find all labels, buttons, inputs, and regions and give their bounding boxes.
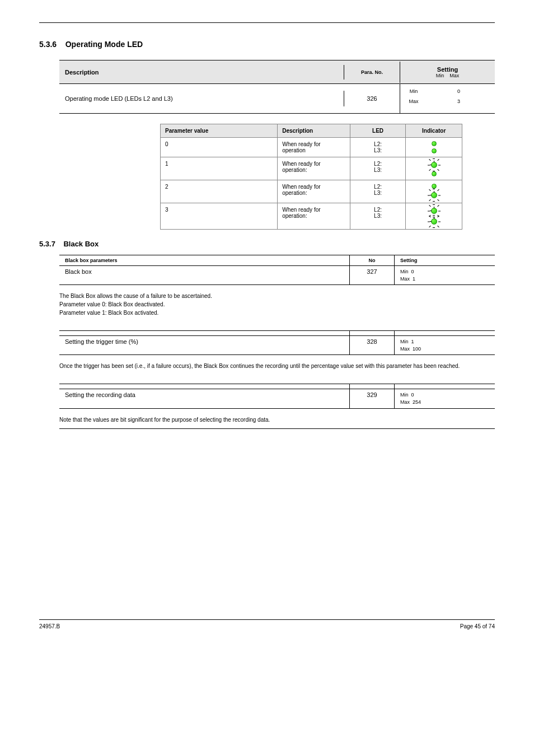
operating-mode-param-table: Description Para. No. Setting Min Max Op…: [59, 60, 495, 114]
col-header-num: Para. No.: [344, 65, 400, 80]
col-header-set-label: Setting: [402, 66, 493, 73]
blackbox-section-number: 5.3.7: [39, 240, 55, 248]
blackbox-section-title: Black Box: [63, 240, 99, 248]
footer-right: Page 45 of 74: [460, 623, 495, 629]
ind-desc: When ready for operation:: [278, 180, 350, 203]
ind-led: L2: L3:: [350, 157, 406, 180]
param-desc: Operating mode LED (LEDs L2 and L3): [59, 91, 344, 106]
data-bottom-rule: [59, 428, 495, 429]
ind-hdr-0: Parameter value: [161, 124, 278, 137]
indicator-row: 3 When ready for operation: L2: L3:: [161, 203, 462, 229]
ind-val: 1: [161, 157, 278, 180]
trig-header-spacer: [59, 330, 495, 335]
trig-row-set: Min 1 Max 100: [394, 336, 495, 354]
trig-body-row: Setting the trigger time (%) 328 Min 1 M…: [59, 335, 495, 355]
param-body-row: Operating mode LED (LEDs L2 and L3) 326 …: [59, 83, 495, 114]
section-title: Operating Mode LED: [65, 40, 143, 49]
indicator-row: 2 When ready for operation: L2: L3:: [161, 180, 462, 203]
param-num: 326: [344, 91, 400, 106]
indicator-row: 1 When ready for operation: L2: L3:: [161, 157, 462, 180]
data-explain: Note that the values are bit significant…: [59, 416, 495, 424]
blackbox-block: Black box parameters No Setting Black bo…: [59, 255, 495, 429]
bb-row-desc: Black box: [59, 266, 349, 284]
data-header-spacer: [59, 384, 495, 389]
ind-hdr-3: Indicator: [406, 124, 462, 137]
led-flash-icon: [430, 217, 438, 226]
top-rule: [39, 22, 495, 23]
ind-indicator: [406, 203, 462, 229]
led-on-icon: [432, 148, 437, 153]
bb-hdr-num: No: [349, 255, 394, 265]
ind-val: 0: [161, 138, 278, 157]
col-header-set: Setting Min Max: [400, 62, 495, 83]
bb-row-num: 327: [349, 266, 394, 284]
col-header-set-hint: Min Max: [402, 73, 493, 78]
bb-body-row: Black box 327 Min 0 Max 1: [59, 265, 495, 285]
ind-led: L2: L3:: [350, 203, 406, 229]
page: 5.3.6 Operating Mode LED Description Par…: [0, 0, 534, 655]
section-number: 5.3.6: [39, 40, 57, 49]
ind-indicator: [406, 157, 462, 180]
page-footer: 24957.B Page 45 of 74: [39, 620, 495, 633]
ind-desc: When ready for operation: [278, 138, 350, 157]
ind-indicator: [406, 138, 462, 157]
indicator-header-row: Parameter value Description LED Indicato…: [161, 124, 462, 137]
col-header-num-label: Para. No.: [346, 69, 397, 75]
led-flash-icon: [430, 191, 438, 199]
indicator-table-wrap: Parameter value Description LED Indicato…: [160, 124, 462, 230]
section-heading-operating-mode: 5.3.6 Operating Mode LED: [39, 40, 495, 49]
led-flash-icon: [430, 207, 438, 215]
trigger-explain: Once the trigger has been set (i.e., if …: [59, 362, 495, 370]
operating-mode-block: Description Para. No. Setting Min Max Op…: [59, 60, 495, 230]
param-header-row: Description Para. No. Setting Min Max: [59, 60, 495, 83]
bb-hdr-desc: Black box parameters: [59, 255, 349, 265]
ind-val: 2: [161, 180, 278, 203]
bb-header-row: Black box parameters No Setting: [59, 255, 495, 265]
ind-led: L2: L3:: [350, 180, 406, 203]
led-flash-icon: [430, 161, 438, 169]
ind-desc: When ready for operation:: [278, 157, 350, 180]
indicator-table: Parameter value Description LED Indicato…: [160, 124, 462, 230]
data-row-desc: Setting the recording data: [59, 389, 349, 408]
trigger-param-table: Setting the trigger time (%) 328 Min 1 M…: [59, 330, 495, 355]
trig-row-desc: Setting the trigger time (%): [59, 336, 349, 354]
blackbox-explain: The Black Box allows the cause of a fail…: [59, 292, 495, 317]
led-on-icon: [432, 171, 437, 176]
section-heading-blackbox: 5.3.7 Black Box: [39, 240, 495, 248]
bb-hdr-set: Setting: [394, 255, 495, 265]
ind-hdr-2: LED: [350, 124, 406, 137]
led-on-icon: [432, 184, 437, 189]
data-param-table: Setting the recording data 329 Min 0 Max…: [59, 384, 495, 408]
ind-led: L2: L3:: [350, 138, 406, 157]
ind-indicator: [406, 180, 462, 203]
ind-val: 3: [161, 203, 278, 229]
ind-desc: When ready for operation:: [278, 203, 350, 229]
blackbox-param-table: Black box parameters No Setting Black bo…: [59, 255, 495, 285]
bb-row-set: Min 0 Max 1: [394, 266, 495, 284]
data-row-set: Min 0 Max 254: [394, 389, 495, 408]
data-row-num: 329: [349, 389, 394, 408]
param-set: Min 0 Max 3: [400, 84, 495, 113]
ind-hdr-1: Description: [278, 124, 350, 137]
data-body-row: Setting the recording data 329 Min 0 Max…: [59, 389, 495, 408]
indicator-row: 0 When ready for operation L2: L3:: [161, 137, 462, 157]
led-on-icon: [432, 141, 437, 146]
trig-row-num: 328: [349, 336, 394, 354]
col-header-desc: Description: [59, 64, 344, 80]
footer-left: 24957.B: [39, 623, 60, 629]
